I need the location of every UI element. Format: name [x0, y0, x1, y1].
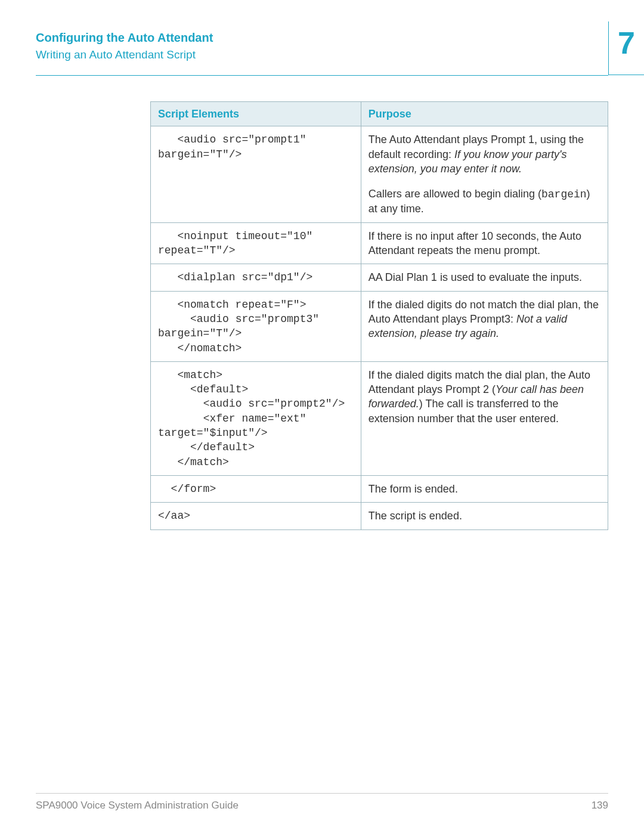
purpose-cell: The script is ended.: [361, 503, 608, 529]
purpose-cell: If there is no input after 10 seconds, t…: [361, 222, 608, 264]
purpose-cell: The form is ended.: [361, 475, 608, 502]
page-header: Configuring the Auto Attendant Writing a…: [0, 0, 644, 61]
purpose-text-mono: bargein: [541, 188, 587, 200]
chapter-title: Configuring the Auto Attendant: [36, 31, 608, 45]
script-cell: </aa>: [151, 503, 361, 529]
col-header-purpose: Purpose: [361, 102, 608, 126]
chapter-number-box: 7: [608, 21, 644, 75]
script-elements-table: Script Elements Purpose <audio src="prom…: [150, 101, 608, 530]
table-row: <audio src="prompt1" bargein="T"/> The A…: [151, 126, 608, 222]
script-cell: <audio src="prompt1" bargein="T"/>: [151, 126, 361, 222]
table-row: </form> The form is ended.: [151, 475, 608, 502]
footer-page-number: 139: [592, 800, 608, 812]
purpose-cell: The Auto Attendant plays Prompt 1, using…: [361, 126, 608, 222]
purpose-cell: If the dialed digits match the dial plan…: [361, 361, 608, 475]
purpose-text: Callers are allowed to begin dialing (: [369, 188, 541, 200]
script-cell: </form>: [151, 475, 361, 502]
table-row: <match> <default> <audio src="prompt2"/>…: [151, 361, 608, 475]
content-area: Script Elements Purpose <audio src="prom…: [150, 101, 608, 530]
page-footer: SPA9000 Voice System Administration Guid…: [36, 793, 608, 812]
purpose-cell: AA Dial Plan 1 is used to evaluate the i…: [361, 264, 608, 291]
script-cell: <dialplan src="dp1"/>: [151, 264, 361, 291]
footer-doc-title: SPA9000 Voice System Administration Guid…: [36, 800, 239, 812]
header-rule: [36, 75, 608, 76]
page: Configuring the Auto Attendant Writing a…: [0, 0, 644, 833]
section-title: Writing an Auto Attendant Script: [36, 48, 608, 61]
table-row: </aa> The script is ended.: [151, 503, 608, 529]
script-cell: <noinput timeout="10" repeat="T"/>: [151, 222, 361, 264]
chapter-number: 7: [609, 27, 644, 58]
table-row: <nomatch repeat="F"> <audio src="prompt3…: [151, 291, 608, 361]
script-cell: <nomatch repeat="F"> <audio src="prompt3…: [151, 291, 361, 361]
table-row: <dialplan src="dp1"/> AA Dial Plan 1 is …: [151, 264, 608, 291]
table-header-row: Script Elements Purpose: [151, 102, 608, 126]
purpose-cell: If the dialed digits do not match the di…: [361, 291, 608, 361]
table-row: <noinput timeout="10" repeat="T"/> If th…: [151, 222, 608, 264]
col-header-script-elements: Script Elements: [151, 102, 361, 126]
script-cell: <match> <default> <audio src="prompt2"/>…: [151, 361, 361, 475]
